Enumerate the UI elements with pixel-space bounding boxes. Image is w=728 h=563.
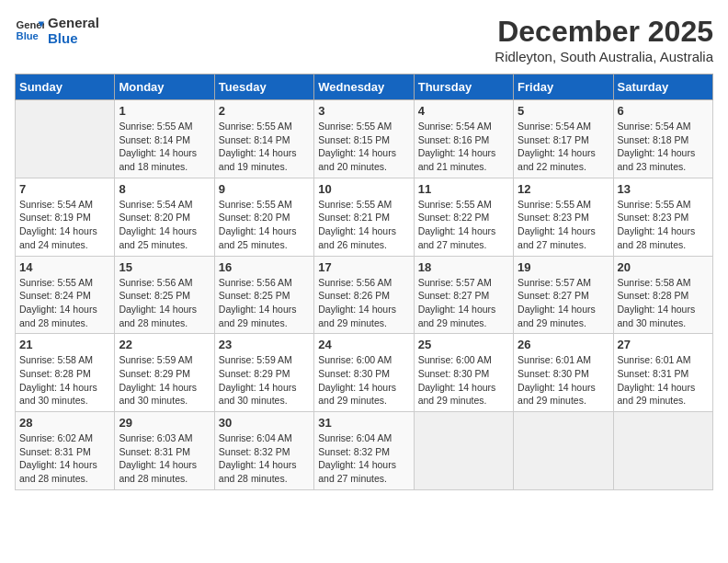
calendar-cell: 31Sunrise: 6:04 AMSunset: 8:32 PMDayligh… — [314, 412, 414, 490]
header-saturday: Saturday — [613, 75, 712, 100]
calendar-cell: 29Sunrise: 6:03 AMSunset: 8:31 PMDayligh… — [115, 412, 214, 490]
day-info: Sunrise: 5:56 AMSunset: 8:25 PMDaylight:… — [119, 276, 210, 330]
calendar-cell: 28Sunrise: 6:02 AMSunset: 8:31 PMDayligh… — [16, 412, 115, 490]
day-info: Sunrise: 5:55 AMSunset: 8:23 PMDaylight:… — [518, 198, 609, 252]
day-info: Sunrise: 5:55 AMSunset: 8:15 PMDaylight:… — [318, 120, 409, 174]
calendar-subtitle: Ridleyton, South Australia, Australia — [495, 49, 713, 64]
calendar-cell: 25Sunrise: 6:00 AMSunset: 8:30 PMDayligh… — [414, 334, 513, 412]
day-info: Sunrise: 5:58 AMSunset: 8:28 PMDaylight:… — [618, 276, 709, 330]
svg-text:Blue: Blue — [17, 30, 39, 41]
calendar-cell: 12Sunrise: 5:55 AMSunset: 8:23 PMDayligh… — [514, 178, 613, 256]
day-info: Sunrise: 5:57 AMSunset: 8:27 PMDaylight:… — [518, 276, 609, 330]
calendar-cell: 18Sunrise: 5:57 AMSunset: 8:27 PMDayligh… — [414, 256, 513, 334]
calendar-cell: 30Sunrise: 6:04 AMSunset: 8:32 PMDayligh… — [214, 412, 313, 490]
day-number: 30 — [219, 416, 310, 430]
day-info: Sunrise: 5:54 AMSunset: 8:20 PMDaylight:… — [119, 198, 210, 252]
header-tuesday: Tuesday — [214, 75, 313, 100]
day-number: 29 — [119, 416, 210, 430]
calendar-cell: 4Sunrise: 5:54 AMSunset: 8:16 PMDaylight… — [414, 100, 513, 178]
day-info: Sunrise: 5:55 AMSunset: 8:14 PMDaylight:… — [219, 120, 310, 174]
calendar-cell: 14Sunrise: 5:55 AMSunset: 8:24 PMDayligh… — [16, 256, 115, 334]
calendar-cell — [613, 412, 712, 490]
calendar-body: 1Sunrise: 5:55 AMSunset: 8:14 PMDaylight… — [16, 100, 713, 490]
day-number: 24 — [318, 338, 409, 351]
day-info: Sunrise: 6:01 AMSunset: 8:30 PMDaylight:… — [518, 353, 609, 408]
day-info: Sunrise: 5:54 AMSunset: 8:17 PMDaylight:… — [518, 120, 609, 174]
day-info: Sunrise: 5:55 AMSunset: 8:24 PMDaylight:… — [19, 276, 110, 330]
day-info: Sunrise: 6:04 AMSunset: 8:32 PMDaylight:… — [318, 431, 409, 486]
day-number: 21 — [19, 338, 110, 351]
day-info: Sunrise: 5:54 AMSunset: 8:18 PMDaylight:… — [618, 120, 709, 174]
day-number: 1 — [119, 104, 210, 118]
title-section: December 2025 Ridleyton, South Australia… — [495, 15, 713, 64]
day-number: 13 — [618, 182, 709, 196]
week-row-5: 28Sunrise: 6:02 AMSunset: 8:31 PMDayligh… — [16, 412, 713, 490]
calendar-cell: 20Sunrise: 5:58 AMSunset: 8:28 PMDayligh… — [613, 256, 712, 334]
day-info: Sunrise: 5:58 AMSunset: 8:28 PMDaylight:… — [19, 353, 110, 408]
header-wednesday: Wednesday — [314, 75, 414, 100]
calendar-cell: 9Sunrise: 5:55 AMSunset: 8:20 PMDaylight… — [214, 178, 313, 256]
calendar-cell: 11Sunrise: 5:55 AMSunset: 8:22 PMDayligh… — [414, 178, 513, 256]
day-number: 20 — [618, 260, 709, 274]
day-number: 18 — [418, 260, 509, 274]
day-number: 4 — [418, 104, 509, 118]
calendar-cell: 3Sunrise: 5:55 AMSunset: 8:15 PMDaylight… — [314, 100, 414, 178]
day-info: Sunrise: 5:55 AMSunset: 8:20 PMDaylight:… — [219, 198, 310, 252]
day-number: 27 — [618, 338, 709, 351]
logo-line1: General — [48, 15, 99, 30]
calendar-cell: 22Sunrise: 5:59 AMSunset: 8:29 PMDayligh… — [115, 334, 214, 412]
day-number: 15 — [119, 260, 210, 274]
day-info: Sunrise: 6:01 AMSunset: 8:31 PMDaylight:… — [618, 353, 709, 408]
day-number: 5 — [518, 104, 609, 118]
day-info: Sunrise: 6:00 AMSunset: 8:30 PMDaylight:… — [418, 353, 509, 408]
day-number: 14 — [19, 260, 110, 274]
day-number: 3 — [318, 104, 409, 118]
day-info: Sunrise: 5:57 AMSunset: 8:27 PMDaylight:… — [418, 276, 509, 330]
calendar-cell — [414, 412, 513, 490]
calendar-cell: 27Sunrise: 6:01 AMSunset: 8:31 PMDayligh… — [613, 334, 712, 412]
day-number: 6 — [618, 104, 709, 118]
calendar-cell: 16Sunrise: 5:56 AMSunset: 8:25 PMDayligh… — [214, 256, 313, 334]
day-info: Sunrise: 5:55 AMSunset: 8:23 PMDaylight:… — [618, 198, 709, 252]
week-row-3: 14Sunrise: 5:55 AMSunset: 8:24 PMDayligh… — [16, 256, 713, 334]
day-info: Sunrise: 5:54 AMSunset: 8:16 PMDaylight:… — [418, 120, 509, 174]
day-number: 2 — [219, 104, 310, 118]
logo-line2: Blue — [48, 30, 99, 46]
calendar-title: December 2025 — [495, 15, 713, 49]
day-info: Sunrise: 6:03 AMSunset: 8:31 PMDaylight:… — [119, 431, 210, 486]
day-info: Sunrise: 6:04 AMSunset: 8:32 PMDaylight:… — [219, 431, 310, 486]
day-number: 22 — [119, 338, 210, 351]
day-number: 31 — [318, 416, 409, 430]
day-number: 9 — [219, 182, 310, 196]
calendar-cell: 10Sunrise: 5:55 AMSunset: 8:21 PMDayligh… — [314, 178, 414, 256]
calendar-cell: 7Sunrise: 5:54 AMSunset: 8:19 PMDaylight… — [16, 178, 115, 256]
day-info: Sunrise: 6:00 AMSunset: 8:30 PMDaylight:… — [318, 353, 409, 408]
svg-text:General: General — [17, 19, 44, 30]
day-info: Sunrise: 5:55 AMSunset: 8:14 PMDaylight:… — [119, 120, 210, 174]
week-row-4: 21Sunrise: 5:58 AMSunset: 8:28 PMDayligh… — [16, 334, 713, 412]
calendar-cell: 19Sunrise: 5:57 AMSunset: 8:27 PMDayligh… — [514, 256, 613, 334]
calendar-cell — [514, 412, 613, 490]
calendar-cell: 2Sunrise: 5:55 AMSunset: 8:14 PMDaylight… — [214, 100, 313, 178]
header-monday: Monday — [115, 75, 214, 100]
calendar-cell: 15Sunrise: 5:56 AMSunset: 8:25 PMDayligh… — [115, 256, 214, 334]
day-info: Sunrise: 5:54 AMSunset: 8:19 PMDaylight:… — [19, 198, 110, 252]
day-number: 25 — [418, 338, 509, 351]
day-info: Sunrise: 5:59 AMSunset: 8:29 PMDaylight:… — [219, 353, 310, 408]
day-number: 12 — [518, 182, 609, 196]
calendar-header-row: SundayMondayTuesdayWednesdayThursdayFrid… — [16, 75, 713, 100]
day-info: Sunrise: 6:02 AMSunset: 8:31 PMDaylight:… — [19, 431, 110, 486]
logo: General Blue General Blue — [15, 15, 99, 46]
header-thursday: Thursday — [414, 75, 513, 100]
page-header: General Blue General Blue December 2025 … — [15, 15, 713, 64]
day-info: Sunrise: 5:56 AMSunset: 8:25 PMDaylight:… — [219, 276, 310, 330]
calendar-cell: 24Sunrise: 6:00 AMSunset: 8:30 PMDayligh… — [314, 334, 414, 412]
header-friday: Friday — [514, 75, 613, 100]
day-info: Sunrise: 5:55 AMSunset: 8:21 PMDaylight:… — [318, 198, 409, 252]
calendar-cell: 23Sunrise: 5:59 AMSunset: 8:29 PMDayligh… — [214, 334, 313, 412]
day-number: 23 — [219, 338, 310, 351]
day-number: 26 — [518, 338, 609, 351]
logo-icon: General Blue — [15, 16, 44, 45]
day-number: 28 — [19, 416, 110, 430]
day-number: 7 — [19, 182, 110, 196]
